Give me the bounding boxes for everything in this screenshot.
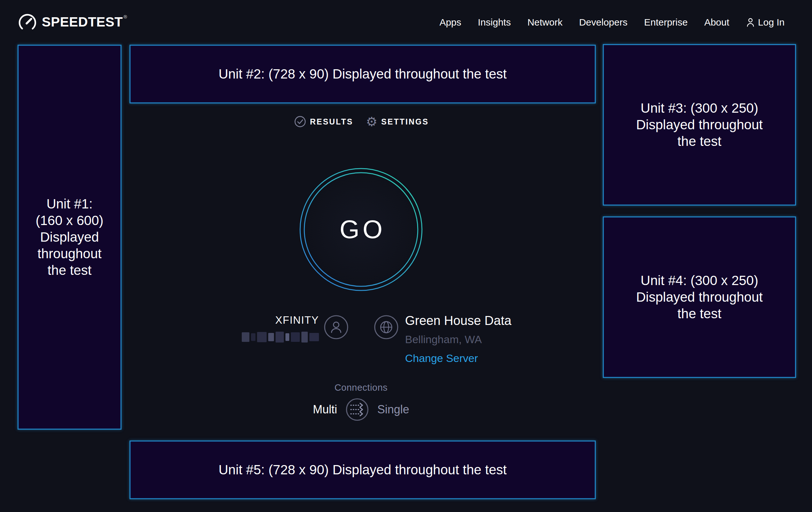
nav-item-about[interactable]: About — [704, 17, 729, 28]
tab-settings-label: SETTINGS — [381, 117, 429, 127]
ad-unit-1-text: Unit #1:(160 x 600) Displayedthroughout … — [36, 196, 103, 279]
go-button-label: GO — [297, 166, 425, 293]
ip-redacted — [223, 331, 319, 343]
ad-unit-1[interactable]: Unit #1:(160 x 600) Displayedthroughout … — [18, 45, 121, 430]
globe-icon — [374, 315, 399, 340]
gear-icon: ⚙ — [366, 115, 377, 128]
nav-item-insights[interactable]: Insights — [478, 17, 511, 28]
isp-info: XFINITY — [223, 314, 319, 343]
tab-settings[interactable]: ⚙ SETTINGS — [366, 115, 429, 128]
isp-badge — [324, 315, 349, 340]
ad-unit-4-text: Unit #4: (300 x 250)Displayed throughout… — [636, 272, 763, 322]
ad-unit-5-text: Unit #5: (728 x 90) Displayed throughout… — [219, 462, 507, 478]
nav-item-network[interactable]: Network — [527, 17, 562, 28]
server-name: Green House Data — [405, 314, 512, 328]
nav-item-enterprise[interactable]: Enterprise — [644, 17, 688, 28]
change-server-link[interactable]: Change Server — [405, 352, 478, 365]
nav-item-apps[interactable]: Apps — [439, 17, 461, 28]
person-icon — [324, 315, 349, 340]
nav-item-developers[interactable]: Developers — [579, 17, 628, 28]
ad-unit-2[interactable]: Unit #2: (728 x 90) Displayed throughout… — [129, 45, 596, 103]
connections-multi-option[interactable]: Multi — [313, 403, 337, 416]
login-label: Log In — [758, 17, 785, 28]
ad-unit-5[interactable]: Unit #5: (728 x 90) Displayed throughout… — [129, 440, 596, 499]
speedometer-gauge-icon — [18, 13, 37, 32]
ad-unit-2-text: Unit #2: (728 x 90) Displayed throughout… — [219, 66, 507, 82]
check-circle-icon — [294, 115, 306, 128]
multi-stream-arrows-icon[interactable] — [345, 398, 369, 421]
brand-logo[interactable]: SPEEDTEST ® — [18, 12, 127, 32]
top-nav-bar: SPEEDTEST ® Apps Insights Network Develo… — [18, 0, 785, 45]
tab-results-label: RESULTS — [310, 117, 353, 127]
ad-unit-3-text: Unit #3: (300 x 250)Displayed throughout… — [636, 100, 763, 150]
trademark-mark: ® — [123, 14, 127, 20]
ad-unit-4[interactable]: Unit #4: (300 x 250)Displayed throughout… — [603, 216, 796, 378]
brand-wordmark: SPEEDTEST — [42, 12, 123, 32]
connections-single-option[interactable]: Single — [377, 403, 409, 416]
isp-name: XFINITY — [223, 314, 319, 326]
connections-label: Connections — [321, 382, 401, 393]
primary-nav: Apps Insights Network Developers Enterpr… — [439, 17, 785, 28]
go-button[interactable]: GO — [297, 166, 425, 293]
speedtest-page: SPEEDTEST ® Apps Insights Network Develo… — [0, 0, 812, 512]
tab-results[interactable]: RESULTS — [294, 115, 353, 128]
server-location: Bellingham, WA — [405, 333, 512, 346]
server-info: Green House Data Bellingham, WA Change S… — [405, 314, 512, 365]
view-tabs: RESULTS ⚙ SETTINGS — [297, 115, 425, 128]
connections-toggle: Multi Single — [297, 397, 425, 422]
ad-unit-3[interactable]: Unit #3: (300 x 250)Displayed throughout… — [603, 44, 796, 206]
nav-item-login[interactable]: Log In — [746, 17, 785, 28]
server-badge — [374, 315, 399, 340]
user-icon — [746, 17, 755, 27]
